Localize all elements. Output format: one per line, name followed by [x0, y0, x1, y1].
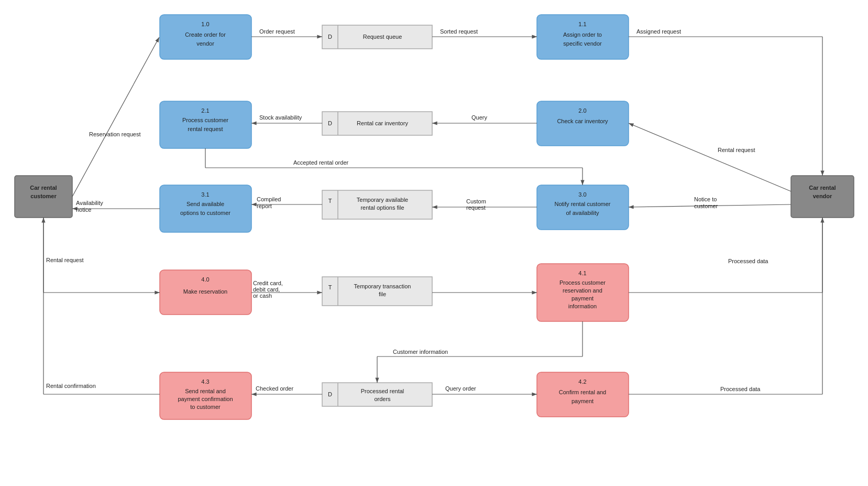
datastore-temp-transaction: [322, 277, 432, 306]
datastore-processed-rental-orders-type: D: [328, 391, 332, 397]
process-2-0-label1: Check car inventory: [557, 118, 608, 124]
datastore-processed-rental-orders: [322, 383, 432, 406]
process-3-1-label2: options to customer: [180, 210, 230, 216]
entity-car-rental-vendor-label: Car rental: [809, 185, 836, 191]
flow-label-availability-notice2: notice: [76, 207, 91, 213]
process-4-1-label2: reservation and: [563, 287, 602, 294]
process-1-0-num: 1.0: [201, 21, 209, 27]
process-4-2-label2: payment: [572, 398, 594, 404]
flow-label-notice-to-customer: Notice to: [694, 196, 717, 202]
datastore-temp-transaction-type: T: [328, 284, 332, 290]
datastore-temp-transaction-label1: Temporary transaction: [354, 283, 411, 289]
entity-car-rental-vendor-label2: vendor: [813, 193, 832, 199]
process-3-0-num: 3.0: [578, 191, 586, 198]
process-1-1-label1: Assign order to: [563, 31, 602, 38]
diagram-canvas: Car rental customer Car rental vendor 1.…: [0, 0, 868, 486]
process-1-1-label2: specific vendor: [563, 40, 602, 47]
process-4-1-label1: Process customer: [559, 279, 606, 286]
datastore-temp-rental-label2: rental options file: [360, 204, 404, 211]
flow-label-query: Query: [471, 114, 487, 121]
process-2-1-label2: rental request: [188, 126, 223, 132]
process-4-3-num: 4.3: [201, 379, 209, 385]
process-1-0-label2: vendor: [196, 40, 214, 47]
flow-label-stock-availability: Stock availability: [259, 114, 302, 121]
process-4-0-num: 4.0: [201, 276, 209, 283]
flow-label-rental-confirmation: Rental confirmation: [46, 383, 96, 389]
entity-car-rental-customer-label2: customer: [30, 193, 57, 199]
flow-label-compiled-report: Compiled: [257, 196, 281, 202]
flow-label-notice-to-customer2: customer: [694, 203, 718, 209]
datastore-request-queue-label: Request queue: [363, 34, 402, 40]
flow-label-query-order: Query order: [445, 385, 476, 392]
datastore-processed-rental-orders-label1: Processed rental: [361, 388, 404, 394]
process-1-1-num: 1.1: [578, 21, 586, 27]
process-2-0-num: 2.0: [578, 107, 586, 114]
process-4-3-label1: Send rental and: [185, 388, 226, 394]
process-1-0-label1: Create order for: [185, 31, 226, 38]
flow-vendor-to-2-0: [629, 123, 791, 191]
flow-label-checked-order: Checked order: [256, 385, 293, 392]
flow-label-sorted-request: Sorted request: [440, 28, 478, 35]
flow-label-accepted-rental-order: Accepted rental order: [293, 159, 349, 166]
flow-label-processed-data-lower: Processed data: [720, 386, 761, 392]
process-4-1-label4: information: [568, 303, 597, 309]
process-4-3-label3: to customer: [190, 404, 221, 410]
flow-label-custom-request: Custom: [466, 198, 486, 204]
flow-label-availability-notice: Availability: [76, 200, 103, 206]
flow-label-assigned-request: Assigned request: [636, 28, 681, 35]
flow-reservation-request: [72, 37, 159, 197]
process-3-0-label2: of availability: [566, 210, 599, 216]
entity-car-rental-customer-label: Car rental: [30, 185, 57, 191]
process-4-1-num: 4.1: [578, 270, 586, 276]
process-3-1-num: 3.1: [201, 191, 209, 198]
datastore-processed-rental-orders-label2: orders: [374, 396, 391, 402]
flow-label-rental-request-customer: Rental request: [46, 257, 84, 263]
flow-label-processed-data-upper: Processed data: [728, 258, 768, 264]
datastore-rental-car-inv-label: Rental car inventory: [357, 120, 408, 126]
datastore-request-queue-type: D: [328, 34, 332, 40]
flow-label-rental-request-vendor: Rental request: [718, 147, 755, 153]
process-4-2-label1: Confirm rental and: [559, 389, 607, 395]
process-4-3-label2: payment confirmation: [178, 396, 233, 402]
flow-label-credit-card2: debit card,: [253, 286, 280, 293]
process-4-2-num: 4.2: [578, 379, 586, 385]
flow-label-reservation-request: Reservation request: [89, 131, 140, 137]
datastore-rental-car-inv-type: D: [328, 120, 332, 126]
process-4-1-label3: payment: [572, 295, 594, 301]
flow-label-custom-request2: request: [466, 204, 486, 211]
process-2-1-num: 2.1: [201, 107, 209, 114]
datastore-temp-rental-type: T: [328, 198, 332, 204]
flow-label-customer-information: Customer information: [393, 349, 448, 355]
flow-label-order-request: Order request: [259, 28, 295, 35]
process-3-0-label1: Notify rental customer: [555, 201, 611, 207]
process-2-1-label1: Process customer: [182, 117, 228, 123]
flow-label-compiled-report2: report: [257, 203, 272, 209]
datastore-temp-transaction-label2: file: [379, 291, 386, 297]
process-4-0-label1: Make reservation: [183, 288, 227, 295]
datastore-temp-rental-label1: Temporary available: [357, 197, 408, 203]
flow-label-credit-card: Credit card,: [253, 280, 283, 286]
process-3-1-label1: Send available: [186, 201, 224, 207]
flow-label-credit-card3: or cash: [253, 293, 272, 299]
